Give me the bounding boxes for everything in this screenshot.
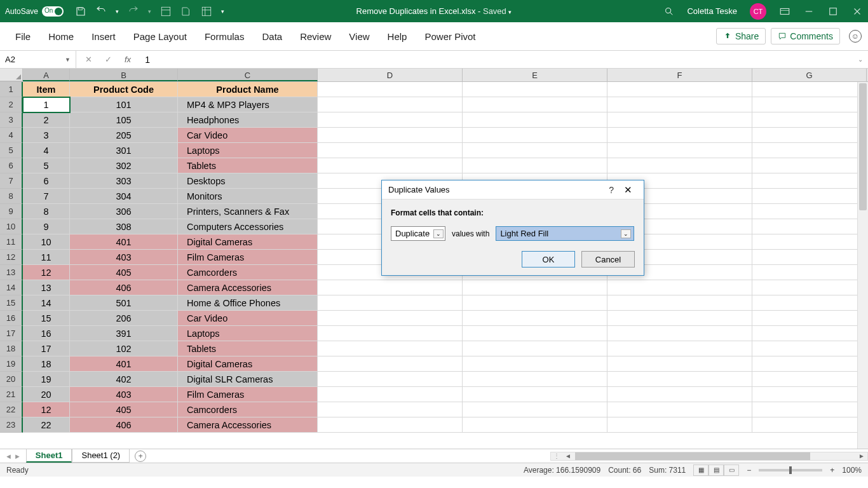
cell[interactable] <box>752 311 867 326</box>
cell[interactable] <box>607 356 752 372</box>
ribbon-tab-review[interactable]: Review <box>291 31 340 42</box>
add-sheet-button[interactable]: + <box>135 451 146 462</box>
cancel-button[interactable]: Cancel <box>581 251 635 268</box>
cell[interactable]: 405 <box>70 265 178 280</box>
cell[interactable] <box>318 280 463 295</box>
cell[interactable] <box>607 311 752 326</box>
cell[interactable]: 17 <box>23 341 70 356</box>
cell[interactable] <box>752 402 867 417</box>
row-header[interactable]: 19 <box>0 356 23 372</box>
cell[interactable] <box>318 97 463 112</box>
cell[interactable]: 13 <box>23 280 70 295</box>
cell[interactable] <box>318 295 463 311</box>
cell[interactable] <box>607 82 752 97</box>
cell[interactable] <box>752 280 867 295</box>
cell[interactable] <box>752 189 867 204</box>
row-header[interactable]: 22 <box>0 402 23 417</box>
cell[interactable]: 18 <box>23 356 70 372</box>
cell[interactable] <box>607 143 752 158</box>
row-header[interactable]: 9 <box>0 204 23 219</box>
avatar[interactable]: CT <box>750 3 766 20</box>
cell[interactable] <box>752 173 867 189</box>
maximize-icon[interactable] <box>827 6 839 17</box>
cell[interactable]: 303 <box>70 173 178 189</box>
ribbon-tab-formulas[interactable]: Formulas <box>196 31 254 42</box>
cell[interactable]: Home & Office Phones <box>178 295 318 311</box>
row-header[interactable]: 14 <box>0 280 23 295</box>
duplicate-mode-combo[interactable]: Duplicate ⌄ <box>391 226 445 241</box>
row-header[interactable]: 6 <box>0 158 23 173</box>
cell[interactable] <box>607 341 752 356</box>
cell[interactable] <box>463 402 607 417</box>
row-header[interactable]: 23 <box>0 417 23 433</box>
vertical-scrollbar[interactable] <box>857 82 868 449</box>
cell[interactable] <box>752 97 867 112</box>
horizontal-scrollbar[interactable]: ⋮ ◄ ► <box>550 452 868 461</box>
normal-view-icon[interactable]: ▦ <box>693 464 709 476</box>
row-header[interactable]: 7 <box>0 173 23 189</box>
cell[interactable] <box>318 356 463 372</box>
cell[interactable] <box>752 143 867 158</box>
cell[interactable]: 20 <box>23 387 70 402</box>
form-icon[interactable] <box>160 6 172 17</box>
cell[interactable]: 22 <box>23 417 70 433</box>
accept-formula-icon[interactable]: ✓ <box>105 55 112 64</box>
cancel-formula-icon[interactable]: ✕ <box>85 55 92 64</box>
cell[interactable]: 403 <box>70 250 178 265</box>
cell[interactable]: Car Video <box>178 311 318 326</box>
cell[interactable]: Desktops <box>178 173 318 189</box>
row-header[interactable]: 16 <box>0 311 23 326</box>
cell[interactable]: 401 <box>70 356 178 372</box>
scrollbar-thumb[interactable] <box>859 83 867 210</box>
cell[interactable]: 4 <box>23 143 70 158</box>
cell[interactable]: 12 <box>23 265 70 280</box>
cell[interactable]: 391 <box>70 326 178 341</box>
cell[interactable] <box>463 387 607 402</box>
cell[interactable] <box>318 341 463 356</box>
cell[interactable] <box>607 372 752 387</box>
cell[interactable]: 402 <box>70 372 178 387</box>
cell[interactable] <box>607 158 752 173</box>
cell[interactable]: 205 <box>70 128 178 143</box>
cell[interactable] <box>318 143 463 158</box>
comments-button[interactable]: Comments <box>771 28 840 44</box>
undo-dropdown-icon[interactable]: ▾ <box>116 8 119 15</box>
ribbon-tab-page-layout[interactable]: Page Layout <box>125 31 196 42</box>
cell[interactable]: 8 <box>23 204 70 219</box>
cell[interactable]: Film Cameras <box>178 250 318 265</box>
sheet-tab[interactable]: Sheet1 (2) <box>72 449 130 463</box>
cell[interactable]: Camera Accessories <box>178 280 318 295</box>
cell[interactable] <box>752 158 867 173</box>
row-header[interactable]: 4 <box>0 128 23 143</box>
spellcheck-icon[interactable] <box>180 6 192 17</box>
ribbon-tab-data[interactable]: Data <box>253 31 291 42</box>
cell[interactable]: Film Cameras <box>178 387 318 402</box>
cell[interactable]: 406 <box>70 280 178 295</box>
cell[interactable]: 406 <box>70 417 178 433</box>
row-header[interactable]: 20 <box>0 372 23 387</box>
cell[interactable]: Digital Cameras <box>178 356 318 372</box>
cell[interactable] <box>752 204 867 219</box>
row-header[interactable]: 10 <box>0 219 23 234</box>
row-header[interactable]: 5 <box>0 143 23 158</box>
cell[interactable]: 306 <box>70 204 178 219</box>
cell[interactable]: 19 <box>23 372 70 387</box>
cell[interactable]: 403 <box>70 387 178 402</box>
cell[interactable]: 102 <box>70 341 178 356</box>
cell[interactable] <box>752 356 867 372</box>
column-header[interactable]: C <box>178 69 318 81</box>
name-box-input[interactable] <box>5 55 56 64</box>
cell[interactable] <box>752 82 867 97</box>
cell[interactable] <box>318 372 463 387</box>
cell[interactable]: Tablets <box>178 158 318 173</box>
cell[interactable] <box>752 265 867 280</box>
cell[interactable] <box>752 341 867 356</box>
cell[interactable] <box>607 128 752 143</box>
zoom-slider[interactable] <box>759 469 822 471</box>
column-header[interactable]: F <box>607 69 752 81</box>
cell[interactable]: Laptops <box>178 143 318 158</box>
page-break-view-icon[interactable]: ▭ <box>724 464 739 476</box>
pivot-icon[interactable] <box>201 6 212 17</box>
cell[interactable] <box>463 128 607 143</box>
cell[interactable] <box>607 295 752 311</box>
